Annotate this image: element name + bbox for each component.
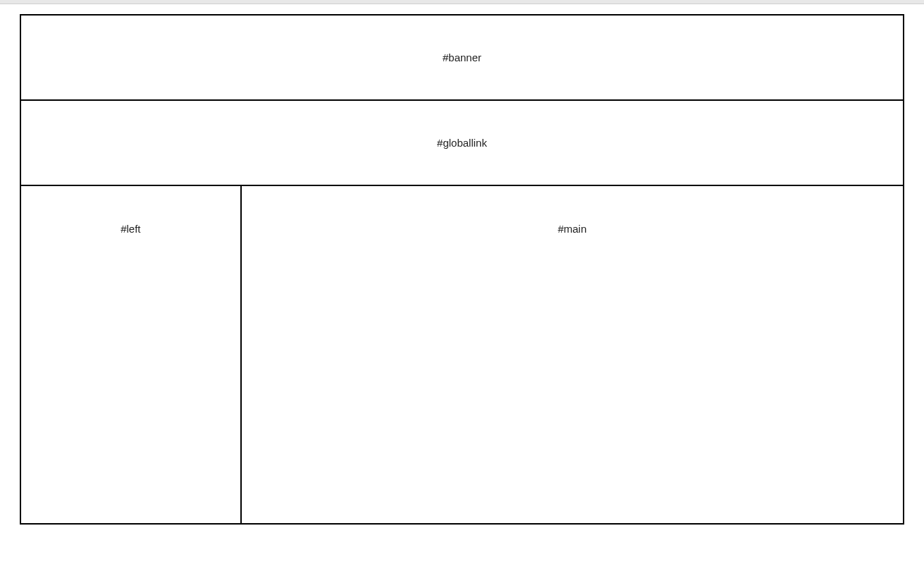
- banner-label: #banner: [443, 51, 481, 63]
- globallink-label: #globallink: [437, 137, 487, 149]
- left-region: #left: [21, 186, 242, 523]
- layout-container: #banner #globallink #left #main: [20, 14, 904, 525]
- globallink-region: #globallink: [21, 101, 903, 186]
- body-row: #left #main: [21, 186, 903, 523]
- main-label: #main: [558, 223, 586, 235]
- banner-region: #banner: [21, 16, 903, 101]
- left-label: #left: [121, 223, 140, 235]
- main-region: #main: [242, 186, 903, 523]
- page-canvas: #banner #globallink #left #main: [0, 4, 924, 546]
